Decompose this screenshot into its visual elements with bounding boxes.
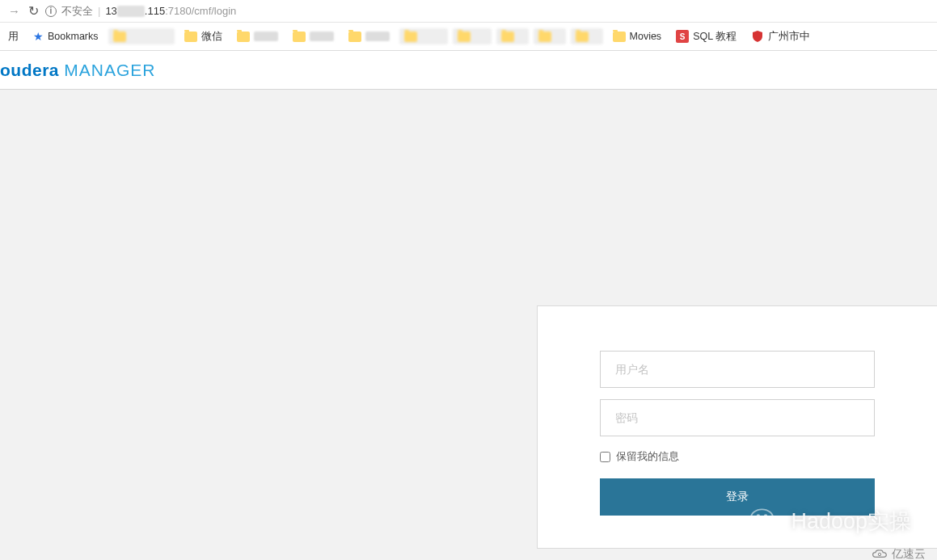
password-input[interactable] <box>600 399 875 436</box>
bookmark-folder-obscured-4[interactable] <box>344 29 395 44</box>
browser-address-bar: → ↻ i 不安全 | 13.115:7180/cmf/login <box>0 0 937 23</box>
wechat-label: 微信 <box>201 30 222 44</box>
url-host-prefix: 13 <box>105 5 116 17</box>
folder-icon <box>458 32 471 42</box>
bookmarks-label: Bookmarks <box>48 31 99 42</box>
brand-logo: oudera MANAGER <box>0 61 156 80</box>
reload-icon[interactable]: ↻ <box>28 3 39 19</box>
folder-icon <box>113 32 126 42</box>
star-icon: ★ <box>33 30 44 43</box>
folder-icon <box>613 32 626 42</box>
url-divider: | <box>98 5 100 17</box>
bookmark-folder-obscured-6[interactable] <box>453 28 492 44</box>
folder-icon <box>293 32 306 42</box>
remember-label: 保留我的信息 <box>616 449 679 464</box>
bookmark-apps[interactable]: 用 <box>3 27 23 46</box>
main-content: 保留我的信息 登录 Hadoop实操 亿速云 <box>0 90 937 560</box>
bookmark-folder-obscured-1[interactable] <box>108 28 175 44</box>
sql-icon: S <box>676 30 689 43</box>
bookmark-folder-obscured-3[interactable] <box>288 29 339 44</box>
login-panel: 保留我的信息 登录 <box>537 305 937 549</box>
folder-icon <box>538 32 551 42</box>
bookmark-folder-obscured-8[interactable] <box>534 28 566 44</box>
yisu-watermark: 亿速云 <box>872 547 926 560</box>
folder-icon <box>576 32 589 42</box>
username-input[interactable] <box>600 351 875 388</box>
bookmark-movies[interactable]: Movies <box>608 28 667 44</box>
info-icon[interactable]: i <box>45 6 57 17</box>
forward-arrow-icon[interactable]: → <box>6 4 22 18</box>
folder-icon <box>501 32 514 42</box>
bookmark-folder-obscured-5[interactable] <box>399 28 448 44</box>
bookmark-folder-obscured-7[interactable] <box>496 28 529 44</box>
remember-checkbox[interactable] <box>600 452 610 462</box>
login-button[interactable]: 登录 <box>600 478 875 516</box>
obscured-label <box>365 32 390 41</box>
brand-header: oudera MANAGER <box>0 51 937 90</box>
bookmark-wechat[interactable]: 微信 <box>179 27 227 46</box>
url-host-suffix: .115 <box>145 5 165 17</box>
folder-icon <box>237 32 250 42</box>
not-secure-label: 不安全 <box>61 4 93 19</box>
folder-icon <box>348 32 361 42</box>
folder-icon <box>404 32 417 42</box>
apps-label: 用 <box>8 30 19 44</box>
bookmark-sql-tutorial[interactable]: S SQL 教程 <box>671 27 741 46</box>
movies-label: Movies <box>630 31 662 42</box>
obscured-label <box>254 32 278 41</box>
yisu-watermark-text: 亿速云 <box>892 547 926 560</box>
sql-label: SQL 教程 <box>693 30 737 44</box>
bookmark-folder-obscured-2[interactable] <box>232 29 283 44</box>
url-obscured <box>117 6 145 17</box>
obscured-label <box>310 32 334 41</box>
bookmark-guangzhou[interactable]: 广州市中 <box>746 27 815 46</box>
folder-icon <box>184 32 197 42</box>
cloud-icon <box>872 549 888 560</box>
bookmark-folder-obscured-9[interactable] <box>571 28 603 44</box>
shield-icon <box>751 30 764 43</box>
brand-part2: MANAGER <box>64 61 155 79</box>
brand-part1: oudera <box>0 61 59 79</box>
url-display[interactable]: i 不安全 | 13.115:7180/cmf/login <box>45 4 931 19</box>
bookmark-bookmarks[interactable]: ★ Bookmarks <box>28 27 103 45</box>
guangzhou-label: 广州市中 <box>768 30 810 44</box>
remember-row: 保留我的信息 <box>600 449 875 464</box>
bookmarks-bar: 用 ★ Bookmarks 微信 Movies S SQ <box>0 23 937 51</box>
svg-point-6 <box>878 553 880 555</box>
url-path: :7180/cmf/login <box>165 5 236 17</box>
